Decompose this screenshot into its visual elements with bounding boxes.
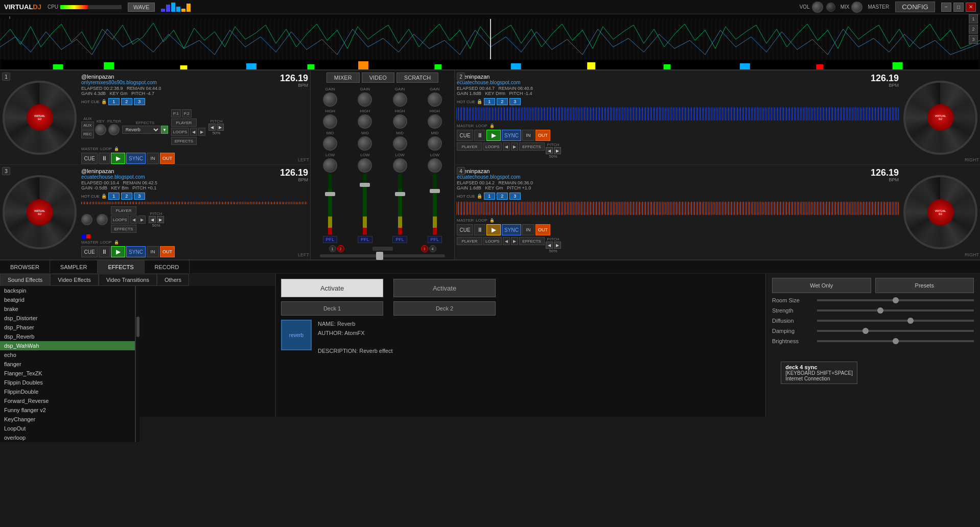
ch-num-3[interactable]: 3	[421, 245, 428, 252]
mixer-tab-scratch[interactable]: SCRATCH	[396, 73, 438, 83]
mixer-ch3-pfl[interactable]: PFL	[392, 236, 407, 243]
minimize-button[interactable]: −	[941, 3, 951, 12]
deck-3-sync-btn[interactable]: SYNC	[126, 246, 146, 257]
effect-flippindouble[interactable]: FlippinDouble	[0, 387, 135, 396]
deck-1-hc3[interactable]: 3	[134, 98, 145, 105]
deck-1-turntable[interactable]: VIRTUALDJ	[3, 81, 77, 155]
effects-scrollbar[interactable]	[135, 286, 139, 442]
deck-4-loop-prev[interactable]: ◀	[503, 237, 510, 245]
balance-slider[interactable]	[372, 247, 393, 251]
deck-3-pause-btn[interactable]: ⏸	[99, 246, 110, 257]
deck-1-key-knob[interactable]	[95, 124, 106, 135]
vol-knob[interactable]	[812, 2, 823, 13]
effect-flippin-doubles[interactable]: Flippin Doubles	[0, 378, 135, 387]
deck-2-hc3[interactable]: 3	[509, 98, 521, 105]
maximize-button[interactable]: □	[953, 3, 964, 12]
deck-2-player-btn[interactable]: PLAYER	[457, 142, 482, 151]
deck-2-hc1[interactable]: 1	[484, 98, 495, 105]
mixer-ch4-low-knob[interactable]	[428, 158, 442, 173]
deck-3-hc2[interactable]: 2	[121, 193, 132, 200]
side-nav-1[interactable]: 1	[969, 14, 978, 23]
wet-only-btn[interactable]: Wet Only	[772, 278, 871, 293]
deck-1-loops-btn[interactable]: LOOPS	[171, 128, 190, 136]
waveform-bar[interactable]: 1 2 3	[0, 14, 980, 70]
mixer-ch2-pfl[interactable]: PFL	[358, 236, 372, 243]
effect-dsp-phaser[interactable]: dsp_Phaser	[0, 323, 135, 332]
deck-1-effects-arrow[interactable]: ▼	[161, 126, 168, 134]
effect-echo[interactable]: echo	[0, 350, 135, 360]
activate-btn-2[interactable]: Activate	[393, 279, 496, 297]
effect-flanger-texzk[interactable]: Flanger_TexZK	[0, 369, 135, 378]
deck-2-sync-btn[interactable]: SYNC	[502, 130, 521, 141]
effect-backspin[interactable]: backspin	[0, 286, 135, 295]
deck-3-waveform[interactable]	[81, 202, 308, 204]
crossfader[interactable]	[320, 254, 446, 257]
deck-3-turntable[interactable]: VIRTUALDJ	[3, 175, 77, 249]
effect-brake[interactable]: brake	[0, 304, 135, 314]
deck-3-player-btn[interactable]: PLAYER	[111, 206, 136, 214]
mixer-ch3-low-knob[interactable]	[393, 158, 407, 173]
effect-dsp-wahwah[interactable]: dsp_WahWah	[0, 341, 135, 350]
deck-3-effects-sub-btn[interactable]: EFFECTS	[111, 225, 136, 233]
deck-1-loop-next[interactable]: ▶	[198, 128, 205, 136]
activate-btn-1[interactable]: Activate	[281, 279, 383, 297]
deck-2-pitch-left[interactable]: ◀	[546, 147, 553, 154]
tab-browser[interactable]: BROWSER	[0, 260, 50, 273]
mix-knob[interactable]	[851, 2, 862, 13]
mixer-ch3-mid-knob[interactable]	[393, 136, 407, 151]
deck-1-p1-btn[interactable]: P.1	[171, 109, 181, 117]
deck-3-play-btn[interactable]: ▶	[111, 246, 125, 257]
deck-2-turntable[interactable]: VIRTUALDJ	[903, 81, 977, 155]
deck-1-pitch-right[interactable]: ▶	[217, 124, 224, 131]
headphones-knob[interactable]	[826, 3, 835, 12]
side-nav-3[interactable]: 3	[969, 35, 978, 44]
mixer-ch1-mid-knob[interactable]	[323, 136, 337, 151]
mixer-ch2-fader[interactable]	[363, 174, 367, 235]
deck-1-player-btn[interactable]: PLAYER	[171, 118, 197, 127]
deck-2-pause-btn[interactable]: ⏸	[474, 130, 485, 141]
mixer-ch1-pfl[interactable]: PFL	[323, 236, 338, 243]
presets-btn[interactable]: Presets	[875, 278, 974, 293]
close-button[interactable]: ✕	[966, 3, 976, 12]
param-diffusion-slider[interactable]	[817, 320, 974, 322]
mixer-ch4-mid-knob[interactable]	[428, 136, 442, 151]
mixer-ch1-gain-knob[interactable]	[323, 92, 337, 107]
deck-2-cue-btn[interactable]: CUE	[457, 130, 473, 141]
mixer-ch2-high-knob[interactable]	[358, 114, 372, 129]
deck-1-effects-sub-btn[interactable]: EFFECTS	[171, 137, 197, 145]
deck-4-player-btn[interactable]: PLAYER	[457, 237, 482, 245]
deck-3-loop-next[interactable]: ▶	[138, 215, 146, 224]
mixer-ch3-fader[interactable]	[398, 174, 402, 235]
mixer-tab-video[interactable]: VIDEO	[362, 73, 394, 83]
effect-overloop[interactable]: overloop	[0, 433, 135, 442]
deck-1-hc1[interactable]: 1	[108, 98, 120, 105]
mixer-ch2-gain-knob[interactable]	[358, 92, 372, 107]
deck-1-pitch-left[interactable]: ◀	[208, 124, 216, 131]
deck-2-effects-sub-btn[interactable]: EFFECTS	[519, 142, 545, 151]
effect-funny-flanger[interactable]: Funny flanger v2	[0, 405, 135, 415]
deck-1-sync-btn[interactable]: SYNC	[126, 153, 146, 164]
deck-3-hc3[interactable]: 3	[134, 193, 145, 200]
tab-effects[interactable]: EFFECTS	[98, 260, 144, 273]
deck-1-hc2[interactable]: 2	[121, 98, 132, 105]
ch-num-4[interactable]: 4	[429, 245, 436, 252]
mixer-ch2-mid-knob[interactable]	[358, 136, 372, 151]
deck-1-effects-select[interactable]: Reverb	[122, 126, 160, 134]
mixer-ch1-low-knob[interactable]	[323, 158, 337, 173]
param-damping-slider[interactable]	[817, 330, 974, 332]
tab-video-effects[interactable]: Video Effects	[50, 274, 98, 286]
deck-4-play-btn[interactable]: ▶	[486, 224, 501, 235]
deck-4-waveform[interactable]	[457, 202, 899, 215]
deck-3-pitch-left[interactable]: ◀	[149, 216, 156, 223]
deck-4-loops-btn[interactable]: LOOPS	[483, 237, 502, 245]
deck-4-pitch-right[interactable]: ▶	[554, 242, 561, 249]
deck-1-play-btn[interactable]: ▶	[111, 153, 125, 164]
deck-4-out-btn[interactable]: OUT	[535, 224, 550, 235]
effect-flanger[interactable]: flanger	[0, 360, 135, 369]
tab-video-transitions[interactable]: Video Transitions	[99, 274, 157, 286]
deck-3-loops-btn[interactable]: LOOPS	[111, 215, 129, 224]
param-strength-slider[interactable]	[817, 309, 974, 312]
param-room-size-slider[interactable]	[817, 299, 974, 301]
deck-1-out-btn[interactable]: OUT	[160, 153, 175, 164]
deck-4-pause-btn[interactable]: ⏸	[474, 224, 485, 235]
